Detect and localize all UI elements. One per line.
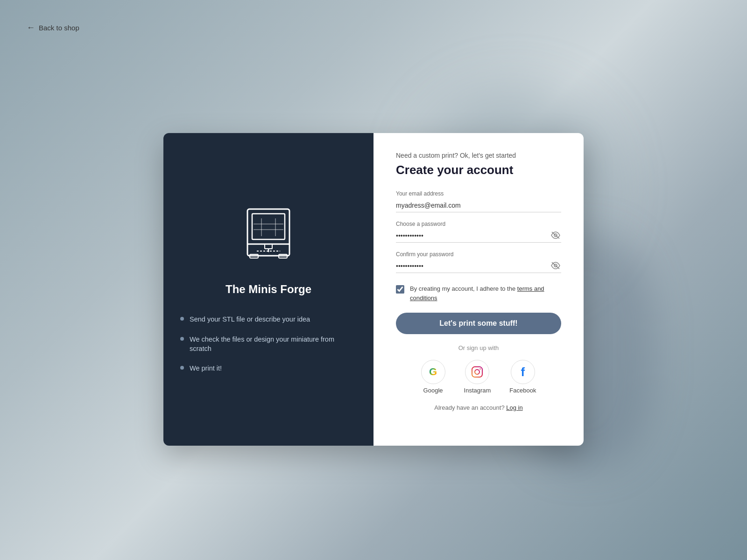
feature-item-1: Send your STL file or describe your idea <box>180 315 357 324</box>
instagram-icon-circle <box>465 360 489 384</box>
feature-text-3: We print it! <box>190 364 222 373</box>
submit-button[interactable]: Let's print some stuff! <box>396 313 561 334</box>
feature-item-3: We print it! <box>180 364 357 373</box>
feature-text-1: Send your STL file or describe your idea <box>190 315 310 324</box>
confirm-password-group: Confirm your password <box>396 251 561 273</box>
confirm-password-label: Confirm your password <box>396 251 561 258</box>
back-to-shop-label: Back to shop <box>39 24 79 32</box>
instagram-icon <box>471 366 483 378</box>
terms-text-before: By creating my account, I adhere to the <box>410 285 517 292</box>
right-panel: Need a custom print? Ok, let's get start… <box>374 133 584 446</box>
facebook-icon-circle: f <box>511 360 535 384</box>
feature-item-2: We check the files or design your miniat… <box>180 335 357 354</box>
form-subtitle: Need a custom print? Ok, let's get start… <box>396 152 561 159</box>
svg-rect-1 <box>252 214 285 240</box>
back-arrow-icon: ← <box>27 23 35 33</box>
login-link[interactable]: Log in <box>506 404 522 411</box>
social-row: G Google <box>396 360 561 394</box>
feature-text-2: We check the files or design your miniat… <box>190 335 357 354</box>
terms-row: By creating my account, I adhere to the … <box>396 284 561 302</box>
left-panel: The Minis Forge Send your STL file or de… <box>163 133 374 446</box>
bullet-2 <box>180 337 184 341</box>
bullet-3 <box>180 366 184 370</box>
instagram-signup-button[interactable]: Instagram <box>464 360 491 394</box>
confirm-password-toggle-icon[interactable] <box>550 261 561 272</box>
printer-illustration <box>231 196 306 272</box>
confirm-password-input[interactable] <box>396 259 561 273</box>
email-group: Your email address <box>396 190 561 212</box>
google-icon-circle: G <box>421 360 445 384</box>
google-signup-button[interactable]: G Google <box>421 360 445 394</box>
google-label: Google <box>423 387 443 394</box>
confirm-password-input-wrap <box>396 259 561 273</box>
google-icon: G <box>429 366 437 378</box>
bullet-1 <box>180 317 184 321</box>
terms-checkbox[interactable] <box>396 285 404 294</box>
svg-point-17 <box>475 370 479 374</box>
form-title: Create your account <box>396 163 561 177</box>
svg-point-18 <box>480 368 481 369</box>
facebook-label: Facebook <box>509 387 536 394</box>
email-label: Your email address <box>396 190 561 197</box>
back-to-shop-link[interactable]: ← Back to shop <box>27 23 79 33</box>
login-row: Already have an account? Log in <box>396 404 561 411</box>
password-toggle-icon[interactable] <box>550 231 561 242</box>
password-input[interactable] <box>396 229 561 243</box>
instagram-label: Instagram <box>464 387 491 394</box>
or-divider: Or sign up with <box>396 344 561 351</box>
modal-container: The Minis Forge Send your STL file or de… <box>163 133 584 446</box>
terms-text: By creating my account, I adhere to the … <box>410 284 561 302</box>
login-text: Already have an account? <box>434 404 504 411</box>
features-list: Send your STL file or describe your idea… <box>180 315 357 384</box>
facebook-icon: f <box>521 365 525 379</box>
facebook-signup-button[interactable]: f Facebook <box>509 360 536 394</box>
svg-rect-16 <box>472 367 482 377</box>
brand-name: The Minis Forge <box>226 283 311 296</box>
email-input[interactable] <box>396 199 561 212</box>
password-group: Choose a password <box>396 221 561 243</box>
email-input-wrap <box>396 199 561 212</box>
password-label: Choose a password <box>396 221 561 227</box>
password-input-wrap <box>396 229 561 243</box>
